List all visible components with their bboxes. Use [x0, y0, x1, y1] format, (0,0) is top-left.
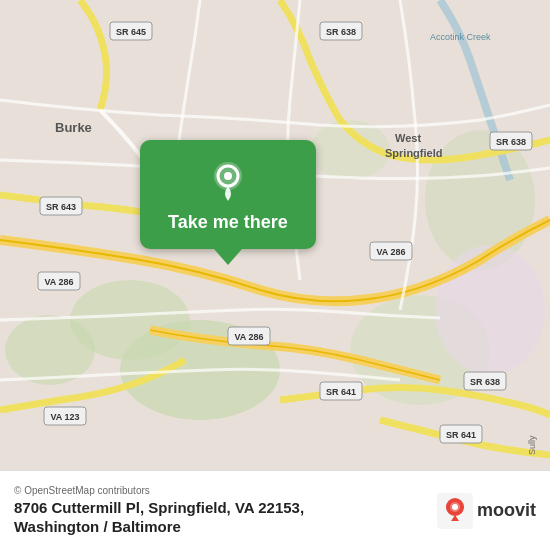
svg-text:Springfield: Springfield	[385, 147, 442, 159]
svg-text:SR 641: SR 641	[446, 430, 476, 440]
svg-text:SR 641: SR 641	[326, 387, 356, 397]
copyright-text: © OpenStreetMap contributors	[14, 485, 304, 496]
moovit-text: moovit	[477, 500, 536, 521]
moovit-icon	[437, 493, 473, 529]
take-me-there-button[interactable]: Take me there	[168, 212, 288, 233]
svg-text:SR 638: SR 638	[496, 137, 526, 147]
address: 8706 Cuttermill Pl, Springfield, VA 2215…	[14, 498, 304, 537]
svg-point-5	[5, 315, 95, 385]
svg-text:SR 643: SR 643	[46, 202, 76, 212]
green-box: Take me there	[140, 140, 316, 249]
location-pin-icon	[206, 158, 250, 202]
svg-text:Accotink Creek: Accotink Creek	[430, 32, 491, 42]
svg-point-41	[452, 504, 458, 510]
svg-text:SR 638: SR 638	[470, 377, 500, 387]
svg-text:SR 645: SR 645	[116, 27, 146, 37]
svg-text:Burke: Burke	[55, 120, 92, 135]
svg-text:VA 286: VA 286	[376, 247, 405, 257]
svg-point-37	[224, 172, 232, 180]
info-bar: © OpenStreetMap contributors 8706 Cutter…	[0, 470, 550, 550]
moovit-logo[interactable]: moovit	[437, 493, 536, 529]
svg-text:West: West	[395, 132, 421, 144]
svg-text:SR 638: SR 638	[326, 27, 356, 37]
info-left: © OpenStreetMap contributors 8706 Cutter…	[14, 485, 304, 537]
svg-text:VA 286: VA 286	[234, 332, 263, 342]
address-line1: 8706 Cuttermill Pl, Springfield, VA 2215…	[14, 499, 304, 516]
callout-tail	[214, 249, 242, 265]
svg-text:VA 286: VA 286	[44, 277, 73, 287]
map-container: Accotink Creek SR 645	[0, 0, 550, 470]
address-line2: Washington / Baltimore	[14, 518, 181, 535]
svg-text:VA 123: VA 123	[50, 412, 79, 422]
svg-text:Sully: Sully	[527, 435, 537, 455]
take-me-there-overlay[interactable]: Take me there	[140, 140, 316, 265]
svg-point-8	[435, 245, 545, 375]
